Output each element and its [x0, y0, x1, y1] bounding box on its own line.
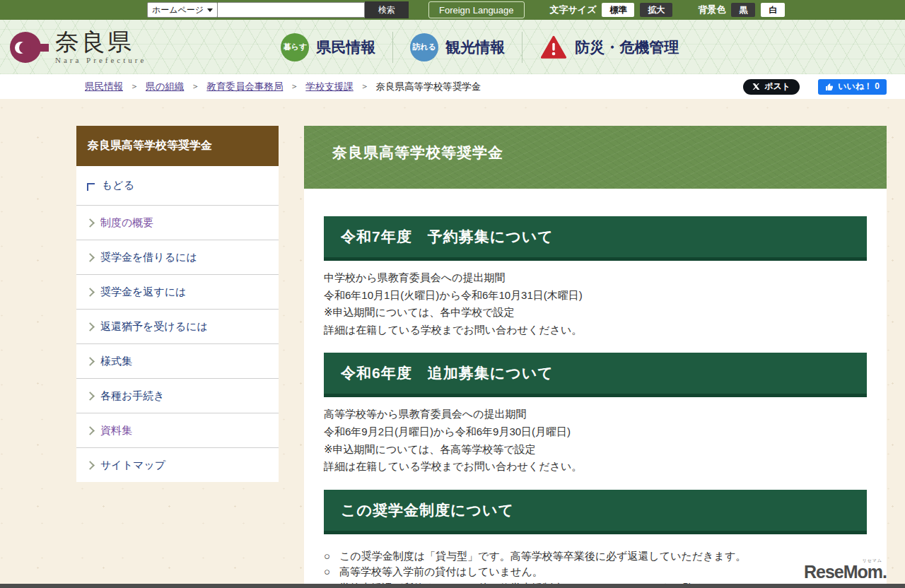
search-scope-label: ホームページ [152, 4, 204, 16]
breadcrumb-link-shien[interactable]: 学校支援課 [305, 81, 354, 93]
circle-bullet-icon: ○ [324, 548, 339, 565]
sidebar-item-label: 奨学金を返すには [100, 286, 186, 299]
font-size-large-button[interactable]: 拡大 [640, 3, 672, 17]
search-scope-select[interactable]: ホームページ [147, 2, 218, 18]
nav-label-kenmin: 県民情報 [316, 37, 375, 57]
chevron-right-icon [86, 426, 95, 435]
sidebar-item-label: 返還猶予を受けるには [100, 320, 208, 334]
chevron-right-icon [86, 253, 95, 262]
nav-label-kankou: 観光情報 [445, 37, 505, 57]
kurasu-badge-icon: 暮らす [281, 33, 309, 61]
sidebar-item-tetsuzuki[interactable]: 各種お手続き [76, 378, 279, 413]
facebook-like-button[interactable]: いいね！ 0 [818, 79, 887, 95]
section-heading-reiwa7: 令和7年度 予約募集について [324, 216, 867, 261]
sidebar-item-gaiyou[interactable]: 制度の概要 [76, 205, 279, 240]
breadcrumb-separator: ＞ [290, 81, 298, 93]
sidebar-item-kariru[interactable]: 奨学金を借りるには [76, 240, 279, 274]
sidebar-item-label: 制度の概要 [100, 216, 153, 230]
chevron-right-icon [86, 322, 95, 331]
breadcrumb: 県民情報 ＞ 県の組織 ＞ 教育委員会事務局 ＞ 学校支援課 ＞ 奈良県高等学校… [85, 81, 743, 93]
x-post-button[interactable]: ポスト [743, 79, 800, 95]
body-line: 詳細は在籍している学校までお問い合わせください。 [324, 322, 867, 339]
body-line: 令和6年9月2日(月曜日)から令和6年9月30日(月曜日) [324, 423, 867, 441]
main-column: 奈良県高等学校等奨学金 令和7年度 予約募集について 中学校から県教育委員会への… [304, 126, 887, 588]
body-line: ※申込期間については、各高等学校等で設定 [324, 441, 867, 459]
search-input[interactable] [218, 2, 365, 18]
background-color-label: 背景色 [698, 4, 725, 16]
nara-prefecture-logo[interactable]: 奈良県 Nara Prefecture [8, 30, 146, 65]
breadcrumb-separator: ＞ [191, 81, 199, 93]
sidebar-item-kaesu[interactable]: 奨学金を返すには [76, 274, 279, 309]
otozureru-badge-icon: 訪れる [410, 33, 438, 61]
sidebar-item-label: サイトマップ [100, 459, 165, 472]
bullet-text: 高等学校等入学前の貸付はしていません。 [339, 564, 543, 580]
sidebar-item-yuuyo[interactable]: 返還猶予を受けるには [76, 309, 279, 343]
breadcrumb-link-soshiki[interactable]: 県の組織 [146, 81, 184, 93]
sidebar-item-label: 各種お手続き [100, 389, 165, 403]
sidebar-item-shiryou[interactable]: 資料集 [76, 413, 279, 447]
background-black-button[interactable]: 黒 [731, 3, 755, 17]
x-icon [752, 83, 760, 90]
page-title: 奈良県高等学校等奨学金 [332, 143, 887, 163]
body-line: ※申込期間については、各中学校で設定 [324, 304, 867, 322]
page-title-banner: 奈良県高等学校等奨学金 [304, 126, 887, 189]
logo-subtitle: Nara Prefecture [55, 56, 146, 64]
like-label: いいね！ 0 [838, 81, 880, 93]
sidebar-item-label: 資料集 [100, 424, 132, 437]
breadcrumb-current: 奈良県高等学校等奨学金 [376, 81, 481, 93]
site-header: 奈良県 Nara Prefecture 暮らす 県民情報 訪れる 観光情報 [0, 20, 905, 74]
font-size-label: 文字サイズ [550, 4, 597, 16]
x-post-label: ポスト [764, 81, 790, 93]
nav-divider [392, 32, 393, 63]
section-body-reiwa7: 中学校から県教育委員会への提出期間 令和6年10月1日(火曜日)から令和6年10… [324, 269, 867, 339]
chevron-right-icon [86, 218, 95, 228]
bullet-item: ○ 高等学校等入学前の貸付はしていません。 [324, 564, 867, 580]
sidebar-item-label: もどる [102, 179, 134, 192]
bullet-item: ○ この奨学金制度は「貸与型」です。高等学校等卒業後に必ず返還していただきます。 [324, 548, 867, 565]
body-line: 中学校から県教育委員会への提出期間 [324, 269, 867, 287]
body-line: 詳細は在籍している学校までお問い合わせください。 [324, 458, 867, 476]
chevron-right-icon [86, 288, 95, 297]
search-button[interactable]: 検索 [365, 1, 409, 18]
nav-item-bousai[interactable]: 防災・危機管理 [539, 33, 679, 61]
sidebar-item-label: 奨学金を借りるには [100, 251, 197, 264]
breadcrumb-bar: 県民情報 ＞ 県の組織 ＞ 教育委員会事務局 ＞ 学校支援課 ＞ 奈良県高等学校… [0, 74, 905, 99]
resemom-watermark: リセマム ReseMom. [804, 562, 887, 582]
sidebar-item-back[interactable]: もどる [76, 166, 279, 205]
header-nav: 暮らす 県民情報 訪れる 観光情報 防災・危機管理 [281, 32, 679, 63]
nav-item-kenmin[interactable]: 暮らす 県民情報 [281, 33, 375, 61]
nara-logo-icon [8, 30, 49, 65]
breadcrumb-link-kyouiku[interactable]: 教育委員会事務局 [206, 81, 283, 93]
sidebar-menu: もどる 制度の概要 奨学金を借りるには 奨学金を返すには 返還猶予を受けるには [76, 166, 279, 482]
body-line: 高等学校等から県教育委員会への提出期間 [324, 406, 867, 423]
chevron-down-icon [207, 8, 213, 12]
chevron-right-icon [86, 461, 95, 470]
breadcrumb-link-kenmin[interactable]: 県民情報 [85, 81, 123, 93]
sidebar-item-label: 様式集 [100, 355, 132, 368]
logo-title: 奈良県 [55, 30, 146, 54]
breadcrumb-separator: ＞ [130, 81, 139, 93]
resemom-ruby: リセマム [862, 558, 882, 564]
section-heading-about: この奨学金制度について [324, 490, 867, 534]
sidebar-item-youshiki[interactable]: 様式集 [76, 343, 279, 378]
resemom-text: ReseMom. [804, 562, 887, 582]
foreign-language-button[interactable]: Foreign Language [428, 1, 525, 18]
section-heading-reiwa6: 令和6年度 追加募集について [324, 353, 867, 397]
section-body-reiwa6: 高等学校等から県教育委員会への提出期間 令和6年9月2日(月曜日)から令和6年9… [324, 406, 867, 475]
background-white-button[interactable]: 白 [761, 3, 785, 17]
nav-label-bousai: 防災・危機管理 [575, 37, 679, 57]
breadcrumb-separator: ＞ [361, 81, 369, 93]
nav-divider [522, 32, 522, 63]
warning-triangle-icon [539, 33, 568, 61]
nav-item-kankou[interactable]: 訪れる 観光情報 [410, 33, 505, 61]
sidebar: 奈良県高等学校等奨学金 もどる 制度の概要 奨学金を借りるには 奨学金を返すには [76, 126, 279, 482]
footer-edge [0, 584, 905, 588]
bullet-text: この奨学金制度は「貸与型」です。高等学校等卒業後に必ず返還していただきます。 [339, 548, 746, 565]
chevron-right-icon [86, 357, 95, 366]
return-icon [87, 183, 95, 191]
circle-bullet-icon: ○ [324, 564, 339, 580]
font-size-standard-button[interactable]: 標準 [602, 3, 634, 17]
sidebar-title: 奈良県高等学校等奨学金 [76, 126, 279, 166]
sidebar-item-sitemap[interactable]: サイトマップ [76, 447, 279, 482]
page: ホームページ 検索 Foreign Language 文字サイズ 標準 拡大 背… [0, 0, 905, 588]
